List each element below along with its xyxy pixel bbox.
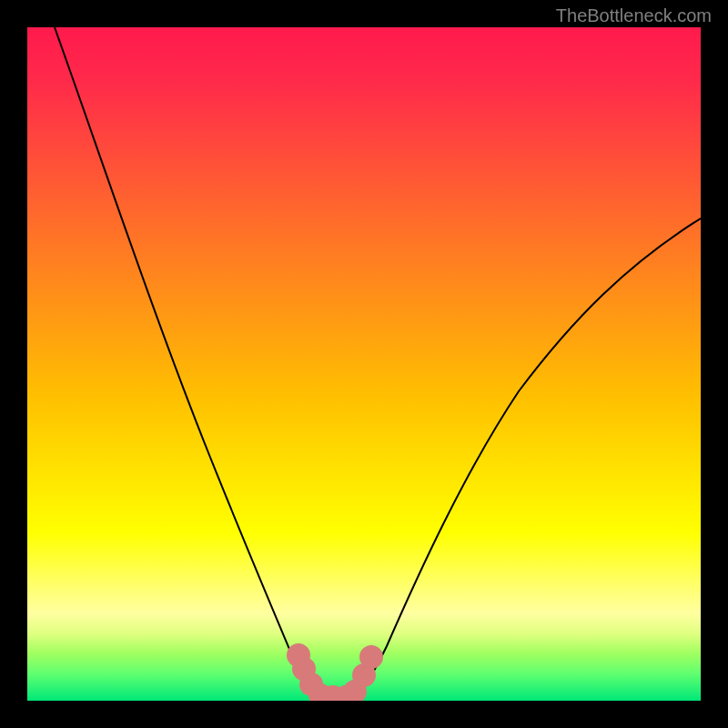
highlighted-markers (292, 649, 378, 701)
chart-svg (27, 27, 701, 701)
svg-point-11 (349, 685, 361, 698)
watermark-text: TheBottleneck.com (556, 5, 712, 26)
chart-plot-area (27, 27, 701, 701)
svg-point-12 (358, 669, 370, 682)
bottleneck-curve-line (55, 27, 701, 701)
svg-point-13 (365, 651, 378, 663)
